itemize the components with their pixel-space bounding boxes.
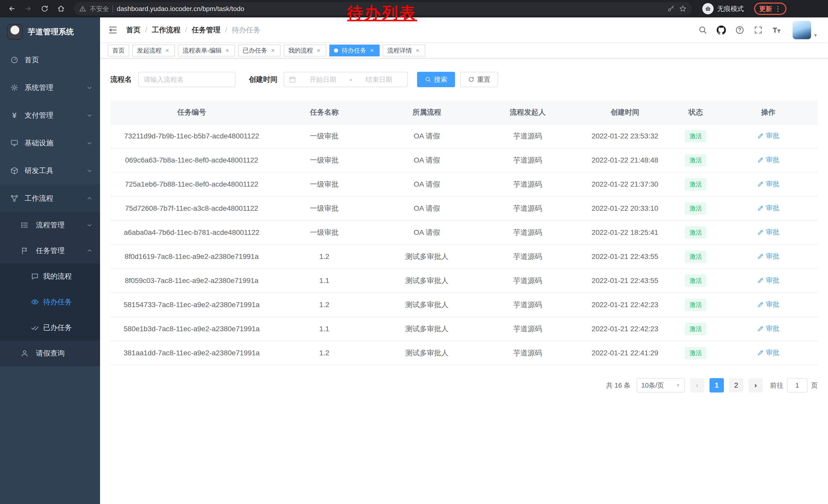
tab-label: 流程表单-编辑 [182, 46, 222, 55]
sidebar-item-task-management[interactable]: 任务管理 [0, 238, 100, 264]
process-name-input[interactable] [138, 72, 236, 87]
goto-page-input[interactable] [787, 378, 808, 393]
sidebar-item-leave-query[interactable]: 请假查询 [0, 340, 100, 366]
sidebar-item-process-management[interactable]: 流程管理 [0, 212, 100, 238]
tab-done-tasks[interactable]: 已办任务 × [238, 45, 281, 56]
cell-task-id: 580e1b3d-7ac8-11ec-a9e2-a2380e71991a [110, 317, 273, 341]
page-unit-label: 页 [811, 381, 818, 390]
close-icon[interactable]: × [316, 47, 322, 54]
cell-task-id: 725a1eb6-7b88-11ec-8ef0-acde48001122 [110, 172, 273, 196]
close-icon[interactable]: × [270, 47, 276, 54]
cube-icon [10, 167, 18, 175]
logo-row[interactable]: 芋道管理系统 [0, 17, 100, 46]
approve-label: 审批 [766, 228, 779, 237]
sidebar-item-devtools[interactable]: 研发工具 [0, 157, 100, 185]
top-navbar: 首页 / 工作流程 / 任务管理 / 待办任务 ▼ [100, 17, 828, 43]
font-size-icon[interactable] [772, 26, 781, 35]
page-size-select[interactable]: 10条/页 ▼ [637, 378, 685, 393]
cell-starter: 芋道源码 [478, 196, 577, 221]
table-row: 8f0d1619-7ac8-11ec-a9e2-a2380e71991a 1.2… [110, 244, 818, 269]
update-button[interactable]: 更新 ⋮ [754, 3, 786, 15]
tab-my-processes[interactable]: 我的流程 × [284, 45, 326, 56]
cell-create-time: 2022-01-22 21:48:48 [577, 148, 672, 172]
start-date-placeholder: 开始日期 [299, 75, 347, 84]
approve-link[interactable]: 审批 [757, 131, 779, 140]
forward-icon[interactable] [22, 2, 35, 15]
approve-label: 审批 [766, 324, 779, 333]
sidebar-toggle-icon[interactable] [108, 25, 118, 35]
breadcrumb-item[interactable]: 工作流程 [152, 25, 180, 35]
fullscreen-icon[interactable] [754, 26, 763, 35]
github-icon[interactable] [717, 26, 726, 35]
close-icon[interactable]: × [164, 47, 170, 54]
bookmark-star-icon[interactable] [679, 5, 687, 13]
approve-link[interactable]: 审批 [757, 276, 779, 285]
edit-icon [757, 350, 764, 356]
browser-menu-icon[interactable]: ⋮ [775, 5, 781, 12]
date-range-separator: - [350, 76, 352, 84]
next-page-button[interactable]: › [748, 378, 763, 393]
tab-home[interactable]: 首页 [108, 45, 129, 56]
cell-create-time: 2022-01-21 22:41:29 [577, 341, 672, 365]
date-range-picker[interactable]: 开始日期 - 结束日期 [284, 72, 408, 87]
user-menu[interactable]: ▼ [793, 21, 818, 39]
warning-icon [79, 5, 86, 12]
prev-page-button[interactable]: ‹ [690, 378, 704, 393]
password-key-icon[interactable] [667, 5, 675, 13]
home-icon[interactable] [54, 2, 68, 15]
sidebar-item-infrastructure[interactable]: 基础设施 [0, 129, 100, 157]
chevron-up-icon [86, 195, 93, 202]
approve-link[interactable]: 审批 [757, 300, 779, 309]
tab-form-edit[interactable]: 流程表单-编辑 × [178, 45, 235, 56]
reset-button[interactable]: 重置 [460, 72, 498, 87]
status-badge: 激活 [685, 154, 706, 166]
approve-link[interactable]: 审批 [757, 203, 779, 213]
cell-starter: 芋道源码 [478, 221, 577, 244]
tab-label: 已办任务 [243, 46, 267, 55]
search-icon[interactable] [698, 26, 707, 35]
page-button-2[interactable]: 2 [729, 378, 743, 393]
approve-label: 审批 [766, 300, 779, 309]
sidebar-item-done-tasks[interactable]: 已办任务 [0, 315, 100, 340]
sidebar-item-system[interactable]: 系统管理 [0, 74, 100, 101]
update-label: 更新 [759, 5, 772, 13]
approve-link[interactable]: 审批 [757, 252, 779, 261]
cell-create-time: 2022-01-21 22:43:55 [577, 269, 672, 293]
approve-link[interactable]: 审批 [757, 179, 779, 188]
caret-down-icon: ▼ [813, 33, 818, 39]
tab-process-detail[interactable]: 流程详情 × [383, 45, 425, 56]
tab-start-process[interactable]: 发起流程 × [132, 45, 175, 56]
search-button[interactable]: 搜索 [417, 72, 455, 87]
col-task-name: 任务名称 [273, 100, 376, 124]
sidebar-item-payment[interactable]: ¥ 支付管理 [0, 101, 100, 129]
caret-down-icon: ▼ [676, 383, 680, 388]
cell-process: OA 请假 [376, 148, 478, 172]
cell-task-id: 75d72608-7b7f-11ec-a3c8-acde48001122 [110, 196, 273, 221]
breadcrumb-item[interactable]: 首页 [126, 25, 140, 35]
sidebar-item-workflow[interactable]: 工作流程 [0, 185, 100, 212]
sidebar-item-my-processes[interactable]: 我的流程 [0, 264, 100, 289]
sidebar-item-todo-tasks[interactable]: 待办任务 [0, 289, 100, 315]
approve-link[interactable]: 审批 [757, 155, 779, 164]
approve-link[interactable]: 审批 [757, 348, 779, 357]
close-icon[interactable]: × [224, 47, 230, 54]
close-icon[interactable]: × [369, 47, 375, 54]
cell-task-name: 1.1 [273, 269, 376, 293]
table-row: 8f059c03-7ac8-11ec-a9e2-a2380e71991a 1.1… [110, 269, 818, 293]
reload-icon[interactable] [38, 2, 51, 15]
help-icon[interactable] [735, 26, 744, 35]
process-name-label: 流程名 [110, 75, 132, 84]
cell-create-time: 2022-01-22 21:37:30 [577, 172, 672, 196]
cell-starter: 芋道源码 [478, 244, 577, 269]
back-icon[interactable] [5, 2, 18, 15]
close-icon[interactable]: × [415, 47, 421, 54]
approve-link[interactable]: 审批 [757, 324, 779, 333]
page-button-1[interactable]: 1 [709, 378, 724, 393]
breadcrumb-item[interactable]: 任务管理 [192, 25, 220, 35]
tab-label: 流程详情 [387, 46, 412, 55]
sidebar-item-home[interactable]: 首页 [0, 46, 100, 74]
avatar[interactable] [793, 21, 811, 39]
chevron-down-icon [86, 168, 93, 174]
approve-link[interactable]: 审批 [757, 228, 779, 237]
tab-todo-tasks[interactable]: 待办任务 × [329, 45, 380, 56]
